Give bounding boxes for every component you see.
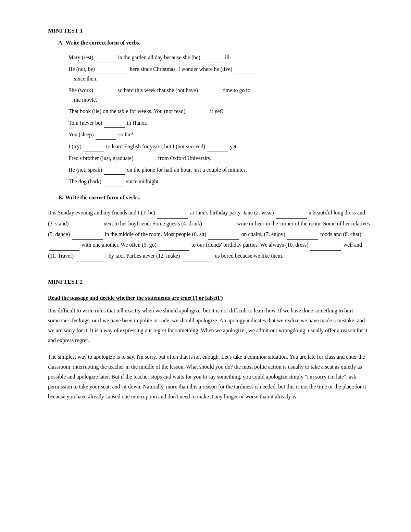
blank	[136, 153, 156, 163]
mini-test-2-section: MINI TEST 2 Read the passage and decide …	[48, 279, 370, 401]
blank	[200, 86, 221, 95]
mini-test-2-title: MINI TEST 2	[48, 279, 370, 285]
blank	[187, 107, 208, 116]
section-a-heading: Write the correct form of verbs.	[66, 40, 140, 46]
list-item: Fred's brother (just, graduate) from Oxf…	[68, 153, 370, 163]
blank	[159, 240, 189, 250]
list-item: I (try) to learn English for years, but …	[68, 142, 370, 151]
section-b: B. Write the correct form of verbs. It i…	[48, 195, 370, 261]
passage-paragraph-2: The simplest way to apologize is to say.…	[48, 352, 370, 401]
list-item: The dog (bark) since midnight.	[68, 177, 370, 186]
section-b-paragraph: It is Sunday evening and my friends and …	[48, 208, 370, 261]
blank	[234, 64, 255, 74]
blank	[207, 142, 228, 151]
blank	[49, 240, 79, 250]
page: MINI TEST 1 A. Write the correct form of…	[0, 0, 411, 436]
list-item: That book (lie) on the table for weeks. …	[68, 107, 370, 116]
blank	[72, 229, 103, 240]
list-item: He (not, be) here since Christmas. I won…	[68, 64, 370, 83]
list-item: You (sleep) so far?	[68, 130, 370, 139]
blank	[97, 64, 128, 74]
blank	[95, 53, 116, 62]
blank	[310, 240, 341, 250]
blank	[71, 219, 101, 229]
blank	[208, 229, 239, 240]
blank	[104, 165, 125, 175]
section-b-header: B. Write the correct form of verbs.	[58, 195, 370, 204]
blank	[95, 86, 116, 95]
section-a-label: A.	[58, 40, 64, 46]
blank	[204, 219, 235, 229]
blank	[202, 53, 223, 62]
section-a-header: A. Write the correct form of verbs.	[58, 40, 370, 49]
blank	[103, 177, 124, 186]
blank	[287, 229, 318, 240]
blank	[157, 208, 188, 218]
blank	[276, 208, 307, 218]
list-item: She (work) so hard this week that she (n…	[68, 86, 370, 104]
list-item: He (not, speak) on the phone for half an…	[68, 165, 370, 175]
read-title: Read the passage and decide whether the …	[48, 295, 370, 301]
mini-test-1-section: MINI TEST 1 A. Write the correct form of…	[48, 27, 370, 261]
section-a: A. Write the correct form of verbs. Mary…	[48, 40, 370, 186]
blank	[96, 130, 116, 139]
blank	[104, 118, 125, 128]
blank	[84, 142, 104, 151]
blank	[182, 251, 213, 261]
section-b-heading: Write the correct form of verbs.	[65, 195, 140, 201]
section-a-list: Mary (rest) in the garden all day becaus…	[68, 53, 370, 186]
list-item: Mary (rest) in the garden all day becaus…	[68, 53, 370, 62]
blank	[76, 251, 107, 261]
passage-paragraph-1: It is difficult to write rules that tell…	[48, 306, 370, 345]
list-item: Tom (never be) in Hanoi.	[68, 118, 370, 128]
section-b-label: B.	[58, 195, 63, 201]
mini-test-1-title: MINI TEST 1	[48, 27, 370, 34]
